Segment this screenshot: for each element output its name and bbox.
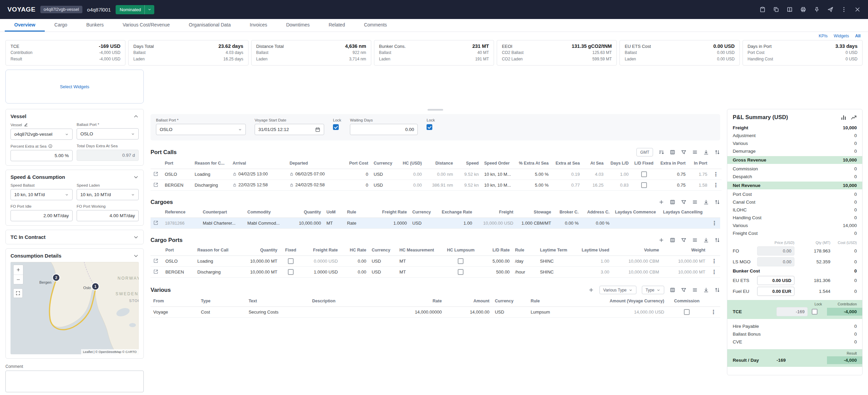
grid-column-header[interactable]: Currency	[369, 245, 397, 256]
fuel-eu-price-input[interactable]	[757, 287, 794, 296]
open-record-icon[interactable]	[153, 220, 158, 225]
columns-icon[interactable]	[670, 149, 675, 155]
info-icon[interactable]	[48, 144, 53, 148]
grid-column-header[interactable]: Rate	[385, 296, 445, 307]
grid-cell[interactable]: 0.00	[397, 180, 425, 191]
grid-cell[interactable]: 10,000.00 MT	[237, 267, 280, 278]
grid-cell[interactable]	[151, 267, 163, 278]
open-record-icon[interactable]	[153, 171, 158, 176]
grid-column-header[interactable]: Extra in Port	[656, 158, 688, 169]
grid-column-header[interactable]: Amount	[445, 296, 492, 307]
vessel-badge[interactable]: o4q87l2vgb-vessel	[40, 6, 82, 13]
row-menu-icon[interactable]: ⋮	[711, 309, 716, 315]
grid-cell[interactable]: Voyage	[151, 307, 198, 318]
download-icon[interactable]	[703, 237, 709, 243]
grid-cell[interactable]: 1.00	[576, 256, 612, 267]
grid-column-header[interactable]: Fixed	[280, 245, 301, 256]
grid-column-header[interactable]: HC Rate	[340, 245, 369, 256]
grid-cell[interactable]: Discharging	[192, 180, 230, 191]
updown-icon[interactable]	[714, 199, 720, 205]
grid-cell[interactable]: 1.0000	[375, 218, 410, 229]
columns-icon[interactable]	[670, 287, 675, 293]
grid-column-header[interactable]: Arrival	[230, 158, 287, 169]
map-attribution[interactable]: Leaflet | © OpenStreetMap © CARTO	[81, 349, 139, 354]
tc-in-contract-header[interactable]: TC In Contract	[11, 234, 139, 240]
grid-cell[interactable]: 0.75	[656, 180, 688, 191]
row-menu-icon[interactable]: ⋮	[713, 171, 718, 177]
plus-icon[interactable]	[588, 287, 594, 293]
grid-cell[interactable]: 3.00	[576, 267, 612, 278]
grid-cell[interactable]: 10 kn, 10 M...	[481, 169, 516, 180]
grid-cell[interactable]: /hour	[512, 267, 537, 278]
grid-cell[interactable]: 0.0000 USD	[301, 256, 340, 267]
grid-cell[interactable]: 5.00 %	[516, 180, 551, 191]
open-record-icon[interactable]	[153, 258, 158, 263]
grid-column-header[interactable]: Port	[162, 158, 192, 169]
grid-column-header[interactable]: Port	[163, 245, 195, 256]
grid-column-header[interactable]: Description	[310, 296, 385, 307]
grid-cell[interactable]	[310, 307, 385, 318]
filter-icon[interactable]	[681, 237, 687, 243]
grid-cell[interactable]: BERGEN	[163, 267, 195, 278]
chevron-down-icon[interactable]	[133, 234, 139, 240]
grid-column-header[interactable]: Distance	[425, 158, 456, 169]
grid-column-header[interactable]: Type	[198, 296, 246, 307]
tab-overview[interactable]: Overview	[5, 19, 45, 32]
download-icon[interactable]	[703, 149, 709, 155]
download-icon[interactable]	[703, 199, 709, 205]
grid-column-header[interactable]: UoM	[324, 207, 344, 218]
voyage-start-date-input[interactable]: 31/01/25 12:12	[255, 124, 324, 135]
fo-price-input[interactable]	[757, 246, 794, 256]
widgets-link[interactable]: Widgets	[834, 34, 849, 38]
grid-column-header[interactable]: At Sea	[583, 158, 606, 169]
various-type-filter[interactable]: Various Type	[599, 286, 636, 294]
open-record-icon[interactable]	[153, 269, 158, 274]
vessel-select[interactable]: o4q87l2vgb-vessel	[11, 129, 73, 140]
vessel-section-header[interactable]: Vessel	[11, 113, 139, 123]
grid-cell[interactable]: USD	[371, 180, 397, 191]
grid-column-header[interactable]: Quantity	[289, 207, 323, 218]
select-widgets-link[interactable]: Select Widgets	[60, 84, 90, 89]
updown-icon[interactable]	[714, 237, 720, 243]
tab-comments[interactable]: Comments	[354, 19, 396, 32]
grid-column-header[interactable]: Speed Order	[481, 158, 516, 169]
grid-column-header[interactable]: Counterpart	[200, 207, 245, 218]
grid-cell[interactable]: OSLO	[162, 169, 192, 180]
tab-various-cost-revenue[interactable]: Various Cost/Revenue	[113, 19, 179, 32]
chevron-down-icon[interactable]	[133, 174, 139, 180]
grid-cell[interactable]: Cost	[198, 307, 246, 318]
sort-icon[interactable]	[658, 149, 664, 155]
grid-cell[interactable]: ⋮	[708, 256, 720, 267]
grid-cell[interactable]	[151, 180, 162, 191]
row-checkbox[interactable]	[458, 269, 463, 275]
resize-handle[interactable]	[428, 109, 443, 111]
type-filter[interactable]: Type	[642, 286, 664, 294]
grid-cell[interactable]: 14,000.00000	[385, 307, 445, 318]
grid-cell[interactable]: ⋮	[708, 218, 720, 229]
grid-column-header[interactable]: Laytime Term	[537, 245, 576, 256]
grid-column-header[interactable]: Volume	[612, 245, 662, 256]
grid-cell[interactable]: 14,000.00 USD	[584, 307, 667, 318]
tce-input[interactable]	[776, 307, 808, 316]
pin-icon[interactable]	[814, 6, 820, 13]
grid-cell[interactable]: 10,000.00 MT	[237, 256, 280, 267]
edit-vessel-icon[interactable]	[24, 123, 28, 127]
row-menu-icon[interactable]: ⋮	[713, 182, 718, 188]
grid-cell[interactable]	[612, 218, 660, 229]
grid-column-header[interactable]: Commission	[667, 296, 707, 307]
row-checkbox[interactable]	[288, 269, 294, 275]
row-menu-icon[interactable]: ⋮	[712, 220, 717, 226]
tab-related[interactable]: Related	[319, 19, 354, 32]
grid-column-header[interactable]: Address C.	[581, 207, 612, 218]
kpis-link[interactable]: KPIs	[818, 34, 827, 38]
row-menu-icon[interactable]: ⋮	[711, 258, 717, 264]
book-icon[interactable]	[787, 6, 793, 13]
grid-column-header[interactable]: Days L/D	[606, 158, 631, 169]
grid-cell[interactable]: 0.00 %	[581, 218, 612, 229]
menu-icon[interactable]	[692, 237, 698, 243]
grid-cell[interactable]	[631, 180, 656, 191]
download-icon[interactable]	[703, 287, 709, 293]
grid-column-header[interactable]: Freight	[475, 207, 516, 218]
chevron-down-icon[interactable]	[133, 253, 139, 259]
grid-cell[interactable]: 1.0000 USD	[301, 267, 340, 278]
